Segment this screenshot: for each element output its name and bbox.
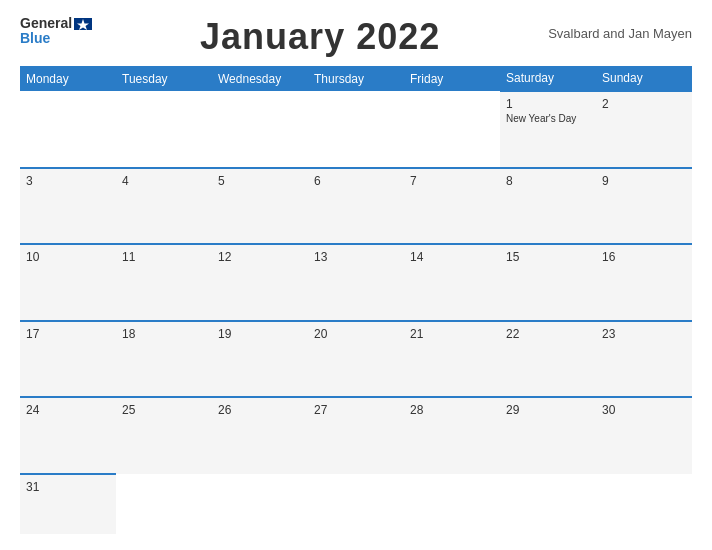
calendar-cell-4-2: 26 [212, 397, 308, 474]
calendar-cell-2-4: 14 [404, 244, 500, 321]
day-number: 14 [410, 250, 494, 264]
weekday-header-friday: Friday [404, 66, 500, 91]
calendar-cell-5-2 [212, 474, 308, 534]
day-number: 31 [26, 480, 110, 494]
calendar-cell-0-1 [116, 91, 212, 168]
day-number: 19 [218, 327, 302, 341]
calendar-cell-2-0: 10 [20, 244, 116, 321]
day-number: 18 [122, 327, 206, 341]
calendar-cell-4-0: 24 [20, 397, 116, 474]
calendar-cell-0-2 [212, 91, 308, 168]
day-number: 16 [602, 250, 686, 264]
weekday-header-thursday: Thursday [308, 66, 404, 91]
calendar-title: January 2022 [92, 16, 548, 58]
calendar-table: MondayTuesdayWednesdayThursdayFridaySatu… [20, 66, 692, 534]
calendar-cell-5-5 [500, 474, 596, 534]
weekday-header-tuesday: Tuesday [116, 66, 212, 91]
day-number: 29 [506, 403, 590, 417]
day-number: 12 [218, 250, 302, 264]
day-number: 2 [602, 97, 686, 111]
weekday-header-monday: Monday [20, 66, 116, 91]
calendar-cell-5-0: 31 [20, 474, 116, 534]
day-number: 13 [314, 250, 398, 264]
calendar-cell-3-2: 19 [212, 321, 308, 398]
calendar-cell-3-0: 17 [20, 321, 116, 398]
weekday-header-wednesday: Wednesday [212, 66, 308, 91]
day-number: 20 [314, 327, 398, 341]
weekday-header-saturday: Saturday [500, 66, 596, 91]
calendar-cell-5-1 [116, 474, 212, 534]
day-number: 6 [314, 174, 398, 188]
calendar-row-5: 31 [20, 474, 692, 534]
calendar-cell-3-5: 22 [500, 321, 596, 398]
calendar-cell-2-2: 12 [212, 244, 308, 321]
day-number: 8 [506, 174, 590, 188]
logo-flag-icon [74, 18, 92, 30]
calendar-cell-1-3: 6 [308, 168, 404, 245]
day-number: 11 [122, 250, 206, 264]
weekday-header-row: MondayTuesdayWednesdayThursdayFridaySatu… [20, 66, 692, 91]
title-area: January 2022 [92, 16, 548, 58]
calendar-cell-1-2: 5 [212, 168, 308, 245]
day-number: 10 [26, 250, 110, 264]
calendar-row-3: 17181920212223 [20, 321, 692, 398]
region-label: Svalbard and Jan Mayen [548, 16, 692, 41]
calendar-cell-2-6: 16 [596, 244, 692, 321]
calendar-cell-2-5: 15 [500, 244, 596, 321]
calendar-cell-3-1: 18 [116, 321, 212, 398]
calendar-cell-1-5: 8 [500, 168, 596, 245]
calendar-cell-1-0: 3 [20, 168, 116, 245]
calendar-cell-0-4 [404, 91, 500, 168]
header: General Blue January 2022 Svalbard and J… [20, 16, 692, 58]
calendar-row-0: 1New Year's Day2 [20, 91, 692, 168]
calendar-cell-5-6 [596, 474, 692, 534]
day-number: 1 [506, 97, 590, 111]
day-number: 21 [410, 327, 494, 341]
day-number: 30 [602, 403, 686, 417]
calendar-cell-1-4: 7 [404, 168, 500, 245]
calendar-cell-4-6: 30 [596, 397, 692, 474]
calendar-row-4: 24252627282930 [20, 397, 692, 474]
day-number: 7 [410, 174, 494, 188]
day-number: 3 [26, 174, 110, 188]
logo-blue: Blue [20, 31, 50, 46]
calendar-cell-4-4: 28 [404, 397, 500, 474]
holiday-label: New Year's Day [506, 113, 590, 124]
calendar-row-1: 3456789 [20, 168, 692, 245]
calendar-row-2: 10111213141516 [20, 244, 692, 321]
calendar-cell-2-3: 13 [308, 244, 404, 321]
day-number: 4 [122, 174, 206, 188]
day-number: 25 [122, 403, 206, 417]
calendar-cell-5-3 [308, 474, 404, 534]
day-number: 23 [602, 327, 686, 341]
calendar-cell-3-3: 20 [308, 321, 404, 398]
calendar-cell-4-3: 27 [308, 397, 404, 474]
calendar-cell-0-6: 2 [596, 91, 692, 168]
calendar-cell-4-5: 29 [500, 397, 596, 474]
logo-general: General [20, 16, 72, 31]
day-number: 22 [506, 327, 590, 341]
weekday-header-sunday: Sunday [596, 66, 692, 91]
calendar-cell-1-1: 4 [116, 168, 212, 245]
day-number: 24 [26, 403, 110, 417]
calendar-cell-2-1: 11 [116, 244, 212, 321]
day-number: 5 [218, 174, 302, 188]
calendar-cell-0-0 [20, 91, 116, 168]
calendar-cell-5-4 [404, 474, 500, 534]
day-number: 15 [506, 250, 590, 264]
day-number: 9 [602, 174, 686, 188]
calendar-cell-3-4: 21 [404, 321, 500, 398]
day-number: 27 [314, 403, 398, 417]
calendar-cell-0-5: 1New Year's Day [500, 91, 596, 168]
page: General Blue January 2022 Svalbard and J… [0, 0, 712, 550]
calendar-cell-0-3 [308, 91, 404, 168]
calendar-cell-1-6: 9 [596, 168, 692, 245]
day-number: 26 [218, 403, 302, 417]
logo: General Blue [20, 16, 92, 47]
calendar-cell-4-1: 25 [116, 397, 212, 474]
day-number: 17 [26, 327, 110, 341]
day-number: 28 [410, 403, 494, 417]
calendar-cell-3-6: 23 [596, 321, 692, 398]
